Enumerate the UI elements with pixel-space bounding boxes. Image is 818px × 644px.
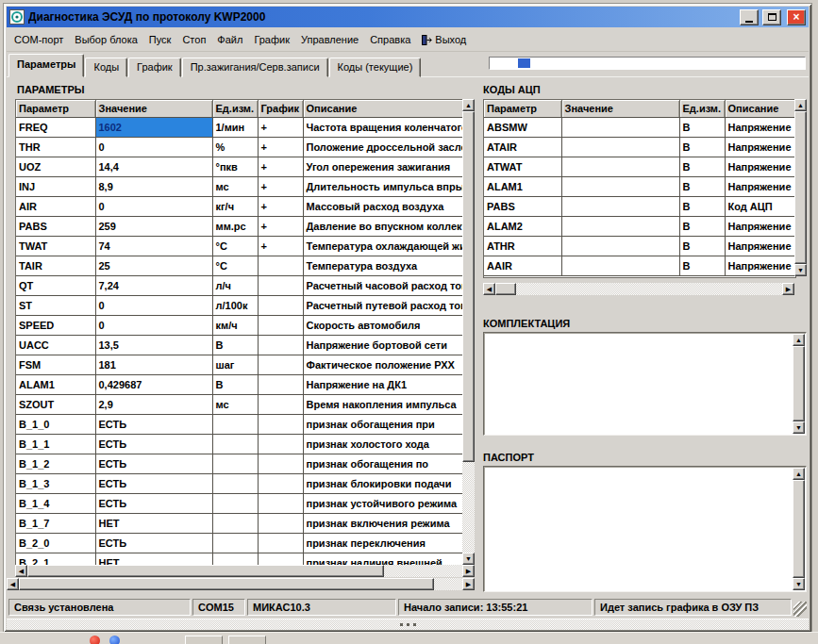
cell-desc[interactable]: Напряжение [725,177,796,197]
table-row[interactable]: B_1_3ЕСТЬпризнак блокировки подачи [16,474,464,494]
cell-unit[interactable]: °пкв [212,157,258,177]
taskbar-button[interactable] [228,636,266,644]
cell-graph[interactable] [258,336,303,355]
table-row[interactable]: PABS259мм.рс+Давление во впускном коллек… [16,217,464,237]
tab-kody-tekushchie[interactable]: Коды (текущие) [329,58,422,77]
cell-unit[interactable] [212,415,258,435]
passport-textbox[interactable]: ▲ ▼ [483,466,807,592]
cell-graph[interactable] [258,454,303,474]
cell-param[interactable]: B_1_0 [16,415,95,435]
cell-graph[interactable] [258,435,303,454]
cell-value[interactable] [561,197,679,217]
maximize-button[interactable] [762,9,781,25]
table-row[interactable]: ALAM1ВНапряжение [484,177,796,197]
menu-grafik[interactable]: График [248,31,295,48]
menu-exit[interactable]: Выход [416,31,472,48]
cell-graph[interactable] [258,534,303,553]
cell-graph[interactable] [258,415,303,435]
cell-graph[interactable]: + [258,217,303,237]
cell-param[interactable]: UOZ [16,157,95,177]
menu-spravka[interactable]: Справка [364,31,416,48]
cell-param[interactable]: FSM [16,355,95,375]
cell-graph[interactable] [258,494,303,514]
cell-param[interactable]: UACC [16,336,95,355]
passport-vscrollbar[interactable]: ▲ ▼ [793,468,805,590]
cell-param[interactable]: FREQ [16,118,95,138]
cell-unit[interactable]: °С [212,256,258,276]
cell-value[interactable] [561,256,679,276]
cell-unit[interactable] [212,514,258,534]
cell-param[interactable]: B_1_2 [16,454,95,474]
table-row[interactable]: ALAM10,429687ВНапряжение на ДК1 [16,375,464,395]
scroll-down-icon[interactable]: ▼ [462,553,475,565]
cell-unit[interactable]: % [212,138,258,157]
cell-unit[interactable] [212,454,258,474]
cell-desc[interactable]: Расчетный часовой расход топлива [303,276,464,296]
cell-desc[interactable]: Напряжение бортовой сети [303,336,464,355]
cell-param[interactable]: ATAIR [484,138,561,157]
cell-param[interactable]: INJ [16,177,95,197]
cell-desc[interactable]: Время накопления импульса [303,395,464,415]
cell-graph[interactable]: + [258,138,303,157]
equipment-textbox[interactable]: ▲ ▼ [483,332,807,436]
adc-hscrollbar[interactable]: ◀ ▶ [483,283,794,295]
cell-unit[interactable] [212,474,258,494]
table-row[interactable]: ALAM2ВНапряжение [484,217,796,237]
tab-kody[interactable]: Коды [85,58,127,77]
cell-param[interactable]: B_1_1 [16,435,95,454]
table-row[interactable]: SPEED0км/чСкорость автомобиля [16,316,464,336]
cell-unit[interactable]: л/100к [212,296,258,316]
cell-unit[interactable]: В [212,375,258,395]
left-pane-hscroll-thumb[interactable] [19,578,434,590]
cell-desc[interactable]: Длительность импульса впрыска [303,177,464,197]
cell-desc[interactable]: признак переключения [303,534,464,553]
cell-desc[interactable]: Расчетный путевой расход топлива [303,296,464,316]
scroll-up-icon[interactable]: ▲ [793,468,805,480]
params-hscrollbar[interactable]: ◀ ▶ [15,565,475,577]
table-row[interactable]: ABSMWВНапряжение [484,118,796,138]
table-row[interactable]: B_1_4ЕСТЬпризнак устойчивого режима [16,494,464,514]
cell-graph[interactable] [258,474,303,494]
table-row[interactable]: FREQ16021/мин+Частота вращения коленчато… [16,118,464,138]
cell-desc[interactable]: Напряжение [725,138,796,157]
cell-desc[interactable]: признак обогащения при [303,415,464,435]
table-row[interactable]: SZOUT2,9мсВремя накопления импульса [16,395,464,415]
adc-vscroll-thumb[interactable] [794,111,807,264]
cell-value[interactable]: 259 [95,217,212,237]
cell-param[interactable]: SZOUT [16,395,95,415]
cell-graph[interactable] [258,514,303,534]
cell-unit[interactable]: мм.рс [212,217,258,237]
cell-graph[interactable]: + [258,197,303,217]
cell-unit[interactable]: л/ч [212,276,258,296]
window-hscrollbar[interactable] [7,619,809,630]
cell-unit[interactable]: °С [212,237,258,256]
cell-unit[interactable]: В [679,177,725,197]
cell-desc[interactable]: Напряжение [725,256,796,276]
cell-unit[interactable] [212,534,258,553]
cell-desc[interactable]: Угол опережения зажигания [303,157,464,177]
cell-unit[interactable]: мс [212,395,258,415]
cell-value[interactable]: ЕСТЬ [95,435,212,454]
cell-param[interactable]: B_1_7 [16,514,95,534]
cell-desc[interactable]: Напряжение на ДК1 [303,375,464,395]
scroll-up-icon[interactable]: ▲ [794,99,807,111]
cell-value[interactable]: ЕСТЬ [95,494,212,514]
cell-param[interactable]: ATWAT [484,157,561,177]
table-row[interactable]: THR0%+Положение дроссельной заслонки [16,138,464,157]
equipment-vscrollbar[interactable]: ▲ ▼ [793,334,805,434]
cell-unit[interactable]: мс [212,177,258,197]
cell-desc[interactable]: Напряжение [725,118,796,138]
cell-desc[interactable]: признак обогащения по [303,454,464,474]
table-row[interactable]: INJ8,9мс+Длительность импульса впрыска [16,177,464,197]
tab-grafik[interactable]: График [128,58,181,77]
menu-upravlenie[interactable]: Управление [295,31,364,48]
cell-graph[interactable] [258,256,303,276]
cell-param[interactable]: ALAM1 [16,375,95,395]
cell-graph[interactable] [258,355,303,375]
cell-value[interactable]: ЕСТЬ [95,415,212,435]
cell-unit[interactable] [212,435,258,454]
passport-vscroll-thumb[interactable] [793,480,805,578]
cell-graph[interactable]: + [258,237,303,256]
scroll-down-icon[interactable]: ▼ [793,421,805,434]
cell-unit[interactable]: В [679,237,725,256]
